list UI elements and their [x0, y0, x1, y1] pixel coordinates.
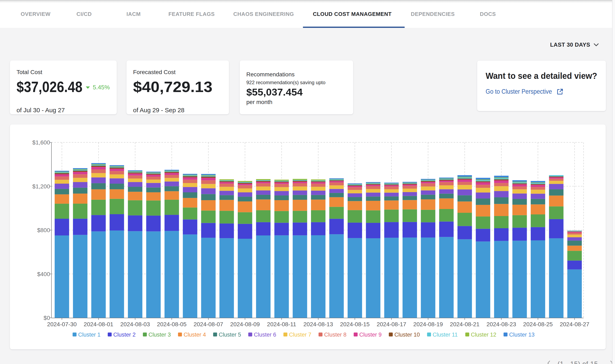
svg-text:2024-08-03: 2024-08-03	[120, 321, 150, 327]
svg-text:2024-08-17: 2024-08-17	[377, 321, 406, 327]
svg-text:2024-08-21: 2024-08-21	[450, 321, 479, 327]
svg-text:Cluster 8: Cluster 8	[324, 332, 347, 338]
svg-text:$400: $400	[37, 271, 50, 277]
svg-text:2024-08-23: 2024-08-23	[487, 321, 516, 327]
svg-text:Cluster 3: Cluster 3	[148, 332, 171, 338]
svg-text:2024-08-01: 2024-08-01	[84, 321, 113, 327]
svg-text:Cluster 13: Cluster 13	[509, 332, 535, 338]
svg-text:Cluster 1: Cluster 1	[78, 332, 100, 338]
svg-text:Cluster 5: Cluster 5	[219, 332, 241, 338]
svg-text:$0: $0	[44, 315, 50, 321]
svg-text:2024-08-11: 2024-08-11	[267, 321, 296, 327]
svg-text:$800: $800	[37, 227, 50, 233]
svg-text:Cluster 11: Cluster 11	[433, 332, 458, 338]
svg-text:$1,600: $1,600	[32, 139, 50, 146]
svg-text:2024-08-19: 2024-08-19	[413, 321, 443, 327]
svg-text:2024-08-25: 2024-08-25	[523, 321, 553, 327]
svg-text:Cluster 9: Cluster 9	[359, 332, 382, 338]
svg-text:$1,200: $1,200	[32, 183, 50, 190]
svg-text:Cluster 6: Cluster 6	[254, 332, 276, 338]
svg-text:2024-08-07: 2024-08-07	[194, 321, 223, 327]
svg-text:2024-08-13: 2024-08-13	[303, 321, 333, 327]
svg-text:2024-07-30: 2024-07-30	[47, 321, 77, 327]
svg-text:Cluster 2: Cluster 2	[113, 332, 136, 338]
svg-text:Cluster 7: Cluster 7	[289, 332, 311, 338]
svg-text:2024-08-09: 2024-08-09	[230, 321, 260, 327]
svg-text:Cluster 12: Cluster 12	[471, 332, 496, 338]
svg-text:Cluster 4: Cluster 4	[183, 332, 206, 338]
svg-text:2024-08-15: 2024-08-15	[340, 321, 369, 327]
svg-text:2024-08-05: 2024-08-05	[157, 321, 186, 327]
svg-text:2024-08-27: 2024-08-27	[560, 321, 589, 327]
svg-text:Cluster 10: Cluster 10	[394, 332, 420, 338]
